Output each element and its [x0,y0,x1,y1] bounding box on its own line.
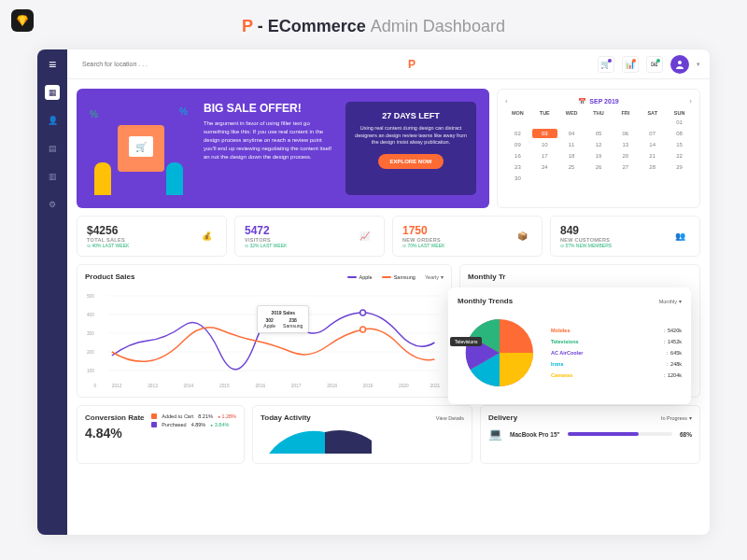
conversion-value: 4.84% [85,426,145,441]
logo: P [408,58,416,71]
delivery-progress [568,432,672,436]
delivery-pct: 68% [680,431,692,438]
monthly-trends-title: Monthly Trends [458,297,513,305]
hero-body: The argument in favor of using filler te… [204,119,334,161]
stat-value: 1750 [402,224,444,237]
svg-text:2021: 2021 [430,384,441,388]
stat-change: ⊙ 57% NEW MEMBERS [560,243,612,248]
product-sales-title: Product Sales [85,273,134,281]
stat-value: 849 [560,224,612,237]
svg-text:2013: 2013 [148,384,158,388]
cta-title: 27 DAYS LEFT [355,111,467,120]
messages-icon[interactable]: ✉ [646,56,663,73]
brand-logo: P [242,17,253,35]
cal-month[interactable]: 📅 SEP 2019 [578,98,618,105]
svg-text:2017: 2017 [291,384,302,388]
nav-settings-icon[interactable]: ⚙ [45,197,60,212]
activity-link[interactable]: View Details [436,415,464,421]
avatar-chevron-icon[interactable]: ▾ [697,61,700,68]
menu-toggle-icon[interactable]: ≡ [49,57,56,72]
conversion-title: Conversion Rate [85,413,145,422]
delivery-status-dropdown[interactable]: In Progress ▾ [661,415,692,421]
svg-text:300: 300 [87,331,94,336]
delivery-card: Delivery In Progress ▾ 💻 MacBook Pro 15"… [480,405,700,464]
svg-text:500: 500 [87,294,94,299]
stat-value: 5472 [245,224,287,237]
svg-point-0 [678,61,682,64]
delivery-item-name: MacBook Pro 15" [510,431,560,438]
stat-change: ⊙ 40% LAST WEEK [87,243,129,248]
cal-next-icon[interactable]: › [689,97,692,105]
cart-icon[interactable]: 🛒 [598,56,614,73]
conversion-card: Conversion Rate 4.84% Added to Cart8.21%… [77,405,245,464]
hero-title: BIG SALE OFFER! [204,102,334,115]
trends-legend: Mobiles: 5420kTelevisions: 1452kAC AirCo… [551,325,682,381]
cal-prev-icon[interactable]: ‹ [505,97,508,105]
monthly-trends-card: Monthly Trends Monthly ▾ Televisions Mob… [448,287,691,404]
chart-tooltip: 2019 Sales 302Apple238Samsung [257,305,309,333]
svg-text:2018: 2018 [327,384,337,388]
svg-point-22 [360,310,366,315]
hero-banner: 🛒 % % BIG SALE OFFER! The argument in fa… [77,89,489,208]
stats-row: $4256TOTAL SALES⊙ 40% LAST WEEK💰5472VISI… [77,216,700,257]
nav-users-icon[interactable]: 👤 [45,113,60,128]
period-dropdown[interactable]: Yearly ▾ [425,274,444,280]
svg-text:400: 400 [87,313,94,317]
sketch-icon [11,9,34,32]
stat-card: 1750NEW ORDERS⊙ 70% LAST WEEK📦 [392,216,543,257]
conversion-legend: Added to Cart8.21%⬥ 1.28%Purchased4.89%⬥… [151,413,236,430]
svg-text:2020: 2020 [399,384,409,388]
stat-icon: 💰 [196,226,217,246]
activity-title: Today Activity [261,413,311,422]
cta-body: Using real content during design can dis… [355,125,467,147]
svg-text:0: 0 [94,384,97,388]
trends-pie-chart: Televisions [458,311,542,395]
product-sales-legend: Apple Samsung Yearly ▾ [347,274,444,280]
search-input[interactable] [77,56,226,73]
stat-change: ⊙ 32% LAST WEEK [245,243,287,248]
sidebar: ≡ ▦ 👤 ▤ ▥ ⚙ [37,49,67,535]
laptop-icon: 💻 [488,427,502,441]
svg-text:2019: 2019 [363,384,374,388]
product-sales-chart: 5004003002001000 20122013201420152016201… [85,287,444,389]
explore-button[interactable]: EXPLORE NOW [378,154,443,169]
app-window: ≡ ▦ 👤 ▤ ▥ ⚙ P 🛒 📊 ✉ ▾ [37,49,710,535]
calendar-grid[interactable]: MONTUEWEDTHUFRISATSUN 010203040506070809… [505,110,692,183]
user-avatar[interactable] [670,55,689,74]
svg-point-23 [360,327,366,332]
trends-period-dropdown[interactable]: Monthly ▾ [659,299,682,304]
hero-cta-box: 27 DAYS LEFT Using real content during d… [345,102,476,195]
nav-chart-icon[interactable]: ▥ [45,169,60,184]
svg-text:2012: 2012 [112,384,122,388]
svg-text:2014: 2014 [184,384,194,388]
svg-text:200: 200 [87,350,94,355]
svg-text:100: 100 [87,369,94,373]
topbar: P 🛒 📊 ✉ ▾ [67,49,710,79]
stat-change: ⊙ 70% LAST WEEK [402,243,444,248]
notifications-icon[interactable]: 📊 [622,56,639,73]
nav-dashboard-icon[interactable]: ▦ [45,85,60,100]
page-title: P - ECommerce Admin Dashboard [0,0,747,49]
activity-card: Today Activity View Details [252,405,472,464]
stat-icon: 📈 [354,226,374,246]
pie-tooltip: Televisions [450,337,482,346]
activity-chart [261,427,464,454]
product-sales-card: Product Sales Apple Samsung Yearly ▾ [77,264,452,398]
stat-card: 849NEW CUSTOMERS⊙ 57% NEW MEMBERS👥 [550,216,700,257]
delivery-title: Delivery [488,413,517,422]
monthly-trends-bg-title: Monthly Tr [468,273,505,281]
stat-card: $4256TOTAL SALES⊙ 40% LAST WEEK💰 [77,216,227,257]
hero-illustration: 🛒 % % [90,102,192,195]
calendar: ‹ 📅 SEP 2019 › MONTUEWEDTHUFRISATSUN 010… [497,89,700,208]
stat-value: $4256 [87,224,129,237]
stat-icon: 📦 [512,226,532,246]
stat-card: 5472VISITORS⊙ 32% LAST WEEK📈 [234,216,385,257]
nav-reports-icon[interactable]: ▤ [45,141,60,156]
svg-text:2016: 2016 [255,384,265,388]
stat-icon: 👥 [669,226,690,246]
svg-text:2015: 2015 [219,384,230,388]
